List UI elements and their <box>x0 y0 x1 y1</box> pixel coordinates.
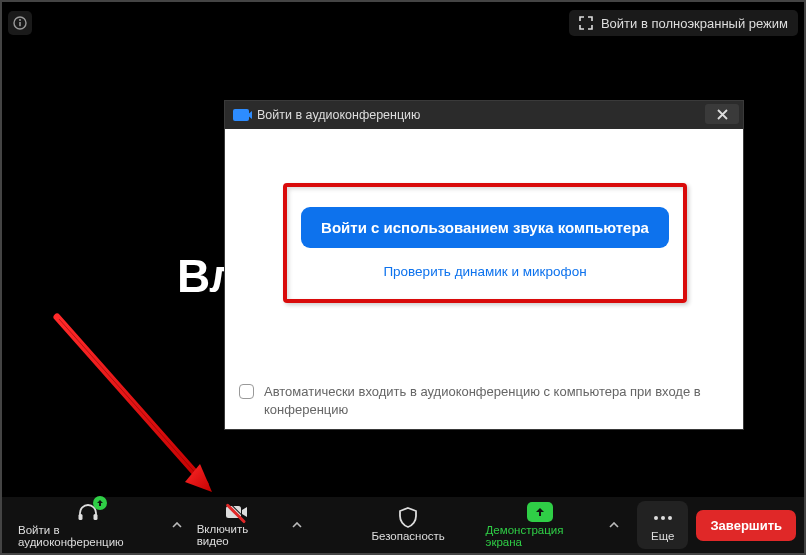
dialog-titlebar: Войти в аудиоконференцию <box>225 101 743 129</box>
dialog-body: Войти с использованием звука компьютера … <box>225 129 743 429</box>
chevron-up-icon <box>172 522 182 528</box>
fullscreen-icon <box>579 16 593 30</box>
meeting-toolbar: Войти в аудиоконференцию Включить видео … <box>2 497 804 553</box>
close-icon <box>717 109 728 120</box>
share-screen-icon <box>527 502 553 522</box>
svg-rect-1 <box>19 22 21 26</box>
security-button[interactable]: Безопасность <box>363 501 452 549</box>
svg-marker-3 <box>185 464 212 492</box>
start-video-label: Включить видео <box>197 523 278 547</box>
share-options-chevron[interactable] <box>607 501 622 549</box>
svg-rect-4 <box>78 514 82 520</box>
arrow-up-badge-icon <box>93 496 107 510</box>
svg-point-2 <box>19 19 21 21</box>
join-audio-button[interactable]: Войти в аудиоконференцию <box>10 501 166 549</box>
video-options-chevron[interactable] <box>289 501 304 549</box>
join-computer-audio-button[interactable]: Войти с использованием звука компьютера <box>301 207 669 248</box>
svg-rect-5 <box>93 514 97 520</box>
top-bar: Войти в полноэкранный режим <box>8 8 798 38</box>
dialog-close-button[interactable] <box>705 104 739 124</box>
more-dots-icon <box>654 516 672 520</box>
shield-icon <box>398 507 418 529</box>
fullscreen-button[interactable]: Войти в полноэкранный режим <box>569 10 798 36</box>
security-label: Безопасность <box>371 530 444 542</box>
info-button[interactable] <box>8 11 32 35</box>
share-screen-label: Демонстрация экрана <box>486 524 595 548</box>
auto-join-checkbox[interactable] <box>239 384 254 399</box>
end-meeting-button[interactable]: Завершить <box>696 510 796 541</box>
more-label: Еще <box>651 530 674 542</box>
meeting-window: Войти в полноэкранный режим Вл Войти в а… <box>0 0 806 555</box>
start-video-button[interactable]: Включить видео <box>189 501 286 549</box>
dialog-title: Войти в аудиоконференцию <box>257 108 420 122</box>
auto-join-row: Автоматически входить в аудиоконференцию… <box>239 383 729 419</box>
audio-options-chevron[interactable] <box>170 501 185 549</box>
fullscreen-label: Войти в полноэкранный режим <box>601 16 788 31</box>
test-speaker-mic-link[interactable]: Проверить динамик и микрофон <box>383 264 586 279</box>
more-button[interactable]: Еще <box>637 501 688 549</box>
chevron-up-icon <box>292 522 302 528</box>
join-audio-label: Войти в аудиоконференцию <box>18 524 158 548</box>
audio-dialog: Войти в аудиоконференцию Войти с использ… <box>224 100 744 430</box>
zoom-app-icon <box>233 109 249 121</box>
share-screen-button[interactable]: Демонстрация экрана <box>478 501 603 549</box>
info-icon <box>13 16 27 30</box>
chevron-up-icon <box>609 522 619 528</box>
annotation-highlight-box: Войти с использованием звука компьютера … <box>283 183 687 303</box>
auto-join-label: Автоматически входить в аудиоконференцию… <box>264 383 729 419</box>
